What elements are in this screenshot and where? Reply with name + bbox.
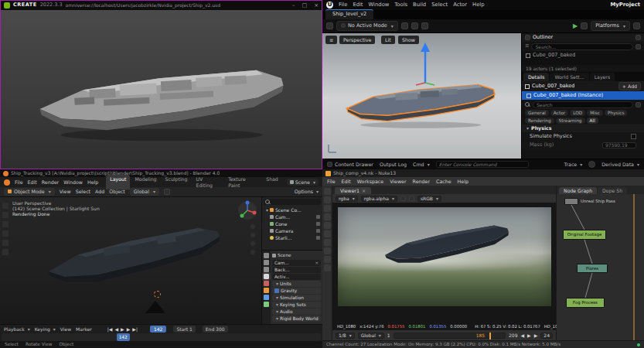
- mass-value-field[interactable]: 97590.19: [602, 142, 636, 148]
- gain-slider-icon[interactable]: [400, 196, 406, 201]
- viewport-menu-button[interactable]: ≡: [325, 36, 337, 44]
- zoom-icon[interactable]: [250, 223, 256, 230]
- timeline-playhead[interactable]: 142: [117, 333, 130, 341]
- menu-file[interactable]: File: [327, 179, 336, 185]
- play-button[interactable]: ▶: [121, 326, 124, 332]
- physics-section-header[interactable]: ▾ Physics: [522, 125, 644, 132]
- outliner-item-row[interactable]: Camera: [264, 227, 321, 234]
- current-frame-field[interactable]: 142: [150, 326, 166, 333]
- play-button[interactable]: ▶: [527, 333, 531, 338]
- tab-dope-sheet[interactable]: Dope Sh: [598, 187, 627, 194]
- keying-menu[interactable]: Keying ▾: [35, 326, 56, 332]
- tab-world-settings[interactable]: World Sett...: [550, 73, 588, 81]
- platforms-dropdown[interactable]: Platforms ▾: [591, 21, 630, 32]
- outliner-item-row[interactable]: Starli...: [264, 234, 321, 241]
- component-row-selected[interactable]: Cube_007_baked (Instance): [522, 91, 644, 100]
- minimize-button[interactable]: –: [292, 2, 295, 9]
- gravity-checkbox-checked[interactable]: [274, 288, 279, 293]
- section-gravity[interactable]: Gravity: [272, 288, 321, 294]
- object-tab-icon[interactable]: [264, 288, 269, 293]
- derived-data-dropdown[interactable]: Derived Data ▾: [601, 162, 639, 168]
- menu-tools[interactable]: Tools: [394, 2, 407, 8]
- perspective-dropdown[interactable]: Perspective: [339, 36, 375, 44]
- active-clip-field[interactable]: Activ...: [272, 274, 321, 280]
- playback-menu[interactable]: Playback ▾: [4, 326, 30, 332]
- workspace-modeling[interactable]: Modeling: [131, 175, 160, 189]
- frame-slider[interactable]: 185: [394, 333, 506, 339]
- menu-build[interactable]: Build: [413, 2, 426, 8]
- scene-selector[interactable]: Scene ▾: [287, 179, 319, 186]
- menu-edit[interactable]: Edit: [342, 179, 351, 185]
- filter-misc[interactable]: Misc: [587, 110, 603, 117]
- camera-view-icon[interactable]: [250, 241, 256, 247]
- filter-all[interactable]: All: [587, 118, 598, 125]
- pan-hand-icon[interactable]: [250, 232, 256, 238]
- viewer-canvas[interactable]: HD_1080 x:1424 y:76 0.01755 0.01801 0.01…: [332, 203, 556, 330]
- range-in-field[interactable]: 1: [387, 333, 390, 338]
- timeline-scrubber[interactable]: 142: [2, 333, 321, 341]
- blender-menu-logo-icon[interactable]: [4, 179, 10, 186]
- unreal-viewport[interactable]: ≡ Perspective Lit Show: [322, 33, 522, 159]
- frame-range-mode-dropdown[interactable]: Global ▾: [358, 333, 384, 339]
- jump-to-start-button[interactable]: |◀: [107, 326, 113, 332]
- translate-gizmo-z-arrow[interactable]: [414, 41, 437, 86]
- scene-tab-icon[interactable]: [264, 274, 269, 279]
- cursor-tool-icon[interactable]: [2, 211, 9, 219]
- scale-tool-icon[interactable]: [2, 239, 9, 247]
- node-flares[interactable]: Flares: [577, 264, 608, 273]
- filter-lod[interactable]: LOD: [570, 110, 585, 117]
- transform-orientation-dropdown[interactable]: Global ▾: [130, 188, 159, 196]
- move-tool-icon[interactable]: [2, 220, 9, 228]
- omniverse-viewport[interactable]: [1, 10, 322, 169]
- zoom-dropdown[interactable]: 1/8 ▾: [336, 333, 355, 339]
- filter-physics[interactable]: Physics: [605, 110, 627, 117]
- blender-viewport[interactable]: User Perspective (142) Scene Collection …: [0, 197, 262, 324]
- outliner-settings-icon[interactable]: [635, 35, 641, 40]
- transform-nodes-icon[interactable]: [324, 256, 331, 263]
- eye-icon[interactable]: [316, 215, 320, 219]
- console-command-input[interactable]: [436, 161, 529, 168]
- empty-origin-marker[interactable]: [154, 291, 161, 298]
- clear-icon[interactable]: ×: [315, 261, 319, 266]
- select-tool-icon[interactable]: [2, 202, 9, 210]
- tab-layers[interactable]: Layers: [590, 73, 615, 81]
- gamma-slider-icon[interactable]: [409, 196, 414, 201]
- sequencer-icon[interactable]: [421, 22, 428, 29]
- filter-streaming[interactable]: Streaming: [556, 118, 585, 125]
- jump-to-end-button[interactable]: ▶|: [132, 326, 138, 332]
- node-unreal-ship-pass[interactable]: [564, 198, 578, 205]
- transform-tool-icon[interactable]: [2, 248, 9, 256]
- eye-icon[interactable]: [316, 236, 320, 240]
- step-forward-button[interactable]: ▶: [534, 333, 538, 338]
- settings-gear-icon[interactable]: [633, 22, 640, 29]
- menu-render[interactable]: Render: [413, 179, 430, 185]
- content-drawer-button[interactable]: Content Drawer: [335, 162, 373, 168]
- outliner-list[interactable]: Cube_007_baked: [522, 51, 644, 65]
- output-tab-icon[interactable]: [264, 267, 269, 272]
- menu-file[interactable]: File: [339, 2, 347, 8]
- data-tab-icon[interactable]: [264, 302, 269, 307]
- outliner-search[interactable]: [264, 199, 321, 205]
- ship-model-dark[interactable]: [37, 210, 229, 300]
- workspace-shading[interactable]: Shad: [262, 175, 282, 189]
- workspace-uv-editing[interactable]: UV Editing: [192, 175, 223, 189]
- marker-menu[interactable]: Marker: [76, 326, 92, 332]
- level-tab[interactable]: Ship_level_v2: [325, 9, 373, 19]
- playhead-marker[interactable]: [489, 333, 491, 339]
- time-nodes-icon[interactable]: [324, 205, 331, 212]
- view-menu[interactable]: View: [60, 326, 71, 332]
- section-rigid-body-world[interactable]: ▾ Rigid Body World: [272, 316, 321, 322]
- filter-general[interactable]: General: [525, 110, 549, 117]
- colorspace-dropdown[interactable]: sRGB ▾: [417, 196, 441, 202]
- channel-nodes-icon[interactable]: [324, 213, 331, 220]
- menu-edit[interactable]: Edit: [353, 2, 363, 8]
- render-tab-icon[interactable]: [264, 260, 269, 265]
- outliner-root-row[interactable]: ▾ Scene Co...: [264, 206, 321, 213]
- rotate-tool-icon[interactable]: [2, 230, 9, 237]
- filter-actor[interactable]: Actor: [550, 110, 568, 117]
- camera-field[interactable]: Cam... ×: [272, 260, 321, 266]
- tab-node-graph[interactable]: Node Graph: [559, 187, 597, 194]
- options-dropdown[interactable]: Options ▾: [295, 189, 319, 195]
- details-search-input[interactable]: [533, 101, 633, 108]
- cone-object[interactable]: [145, 301, 165, 313]
